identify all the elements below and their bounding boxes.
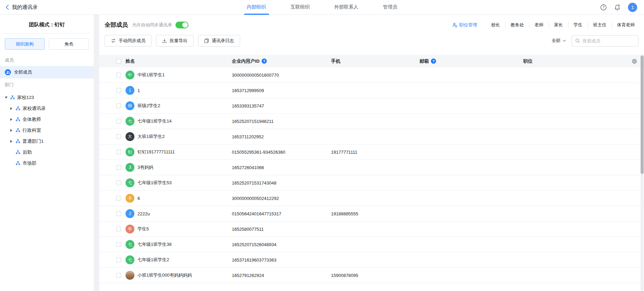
member-row[interactable]: 七七年级1班学生1416525207151946211 [99, 114, 644, 129]
row-checkbox[interactable] [116, 88, 121, 93]
topbar-tab[interactable]: 外部联系人 [334, 0, 358, 14]
row-checkbox[interactable] [116, 211, 121, 216]
member-row[interactable]: 大大班1班学生21653711202952 [99, 129, 644, 144]
member-row[interactable]: 班班级2学生21653393135747 [99, 98, 644, 114]
batch-export-button[interactable]: 批量导出 [156, 35, 194, 47]
member-row[interactable]: 33有妈妈1652726041066 [99, 160, 644, 175]
position-tag[interactable]: 家长 [549, 22, 568, 28]
search-input[interactable] [582, 38, 635, 43]
member-avatar: 七 [126, 178, 134, 187]
department-icon [16, 161, 20, 165]
row-checkbox[interactable] [116, 73, 121, 77]
sidebar-tree-item[interactable]: 全体教师 [0, 114, 94, 125]
row-checkbox[interactable] [116, 257, 121, 262]
position-tag[interactable]: 教务处 [505, 22, 529, 28]
view-switch-button[interactable]: 角色 [49, 38, 89, 50]
sidebar-tree-item[interactable]: 市场部 [0, 158, 94, 169]
member-user-id: 1652726041066 [232, 165, 331, 170]
row-checkbox[interactable] [116, 150, 121, 154]
scrollbar-thumb[interactable] [641, 55, 644, 174]
sidebar-tree-item[interactable]: 后勤 [0, 147, 94, 158]
sidebar-tree-item[interactable]: 行政科室 [0, 125, 94, 136]
row-checkbox[interactable] [116, 273, 121, 278]
member-name: 七年级1班学生2 [137, 257, 169, 263]
scope-filter-dropdown[interactable]: 全部 [552, 38, 566, 44]
topbar-tab[interactable]: 互联组织 [291, 0, 310, 14]
department-tree: 家校123家校通讯录全体教师行政科室普通部门1后勤市场部 [0, 91, 94, 169]
position-tag[interactable]: 体育老师 [612, 22, 640, 28]
member-row[interactable]: 七七年级1班学生38165252071526048934 [99, 237, 644, 252]
expand-down-icon[interactable] [5, 97, 10, 99]
member-avatar: 大 [126, 132, 134, 141]
row-checkbox[interactable] [116, 103, 121, 108]
expand-right-icon[interactable] [10, 129, 16, 132]
back-button[interactable]: 我的通讯录 [0, 4, 38, 11]
contact-log-button[interactable]: 通讯录日志 [198, 35, 240, 47]
department-icon [16, 128, 20, 132]
sidebar-item-all-members[interactable]: 全部成员 [0, 66, 94, 78]
view-switch-button[interactable]: 组织架构 [5, 38, 45, 50]
expand-right-icon[interactable] [10, 118, 16, 121]
user-avatar[interactable]: 1 [628, 3, 637, 12]
row-checkbox[interactable] [116, 165, 121, 170]
member-row[interactable]: 22222u0150564240164771531719188885555 [99, 206, 644, 222]
member-name: 6 [137, 196, 140, 201]
topbar-actions: ? 1 [600, 3, 644, 12]
member-row[interactable]: 中中班1班学生13000000000501600770 [99, 67, 644, 83]
member-avatar: 钉 [126, 148, 134, 156]
position-tag[interactable]: 班主任 [588, 22, 612, 28]
position-tag[interactable]: 校长 [486, 22, 505, 28]
member-row[interactable]: 111653712999509 [99, 83, 644, 98]
row-checkbox[interactable] [116, 242, 121, 247]
auto-sync-toggle[interactable] [175, 22, 188, 28]
member-row[interactable]: 钉钉钉191777711111015055295361-934526360191… [99, 144, 644, 160]
help-icon[interactable]: ? [600, 4, 607, 11]
topbar-tab[interactable]: 内部组织 [247, 0, 266, 14]
row-checkbox[interactable] [116, 180, 121, 185]
position-tag[interactable]: 学生 [568, 22, 588, 28]
row-checkbox[interactable] [116, 227, 121, 231]
select-all-checkbox[interactable] [116, 59, 121, 64]
section-title: 全部成员 [105, 21, 128, 29]
column-header-user-id: 企业内用户ID [232, 58, 260, 64]
position-tag[interactable]: 老师 [529, 22, 549, 28]
search-icon [575, 38, 580, 43]
member-avatar: 中 [126, 71, 134, 79]
column-header-name: 姓名 [126, 58, 135, 64]
member-row[interactable]: 学学生51652580077511 [99, 222, 644, 237]
expand-right-icon[interactable] [10, 140, 16, 143]
svg-text:?: ? [603, 5, 605, 9]
help-badge-icon[interactable]: ? [431, 59, 436, 64]
member-user-id: 015055295361-934526360 [232, 150, 331, 155]
row-checkbox[interactable] [116, 134, 121, 139]
department-label: 行政科室 [23, 127, 41, 134]
member-row[interactable]: 七七年级1班学生53165252071531743048 [99, 175, 644, 191]
member-photo-avatar [126, 271, 134, 280]
position-manage-link[interactable]: 职位管理 [452, 22, 477, 28]
topbar-tabs: 内部组织互联组织外部联系人管理员 [247, 0, 397, 14]
department-icon [16, 139, 20, 143]
department-label: 家校通讯录 [23, 105, 46, 112]
member-name: 3有妈妈 [137, 164, 153, 170]
department-label: 全体教师 [23, 116, 41, 123]
person-gear-icon [452, 23, 457, 27]
topbar-tab[interactable]: 管理员 [383, 0, 397, 14]
bell-icon[interactable] [614, 4, 620, 11]
help-badge-icon[interactable]: ? [262, 59, 267, 64]
row-checkbox[interactable] [116, 119, 121, 124]
sidebar-tree-item[interactable]: 家校通讯录 [0, 103, 94, 114]
member-row[interactable]: 七七年级1班学生2165371619603773363 [99, 252, 644, 268]
sidebar-tree-item[interactable]: 家校123 [0, 92, 94, 103]
batch-export-label: 批量导出 [170, 38, 187, 44]
row-checkbox[interactable] [116, 196, 121, 201]
member-user-id: 1652791262924 [232, 273, 331, 278]
member-row[interactable]: 小班1班学生000有妈妈妈妈165279126292415900878095 [99, 268, 644, 283]
expand-right-icon[interactable] [10, 107, 16, 110]
manual-sync-button[interactable]: 手动同步成员 [105, 35, 152, 47]
column-settings-icon[interactable] [632, 59, 637, 64]
topbar: 我的通讯录 内部组织互联组织外部联系人管理员 ? 1 [0, 0, 644, 15]
sidebar-tree-item[interactable]: 普通部门1 [0, 136, 94, 147]
member-row[interactable]: 663000000000502412292 [99, 191, 644, 206]
member-phone: 19177771111 [331, 150, 420, 155]
member-user-id: 1653393135747 [232, 103, 331, 109]
